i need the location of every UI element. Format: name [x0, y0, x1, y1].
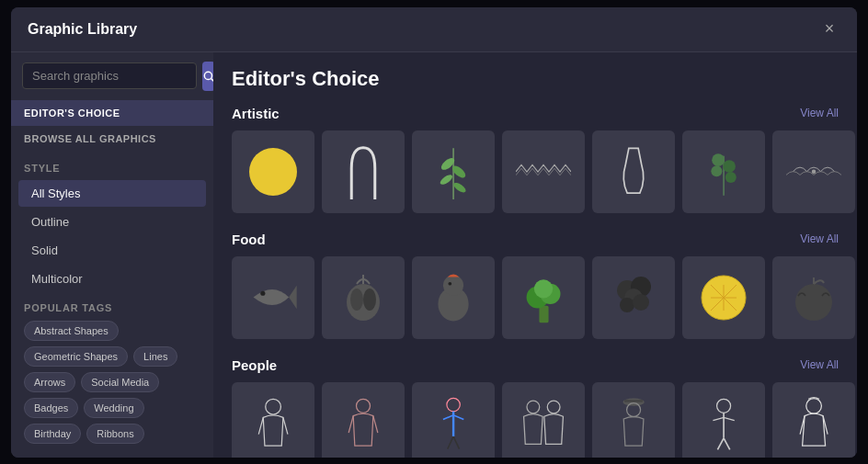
- main-content: Editor's Choice Artistic View All: [213, 52, 857, 458]
- sidebar: EDITOR'S CHOICE BROWSE ALL GRAPHICS STYL…: [11, 52, 213, 458]
- graphic-item[interactable]: [502, 382, 585, 458]
- search-area: [11, 52, 213, 100]
- svg-point-18: [363, 289, 376, 311]
- svg-point-44: [805, 398, 821, 413]
- svg-point-29: [620, 298, 634, 312]
- graphic-item[interactable]: [772, 382, 855, 458]
- modal-body: EDITOR'S CHOICE BROWSE ALL GRAPHICS STYL…: [11, 52, 857, 458]
- graphic-item[interactable]: [322, 256, 405, 339]
- category-food-header: Food View All: [232, 232, 839, 247]
- graphic-library-modal: Graphic Library × E: [11, 7, 857, 458]
- svg-point-13: [812, 169, 817, 174]
- people-grid: [232, 382, 839, 458]
- svg-point-14: [260, 291, 265, 296]
- svg-point-9: [712, 153, 725, 166]
- graphic-item[interactable]: [682, 256, 765, 339]
- graphic-item[interactable]: [322, 382, 405, 458]
- food-title: Food: [232, 232, 266, 247]
- artistic-grid: [232, 130, 839, 213]
- graphic-item[interactable]: [232, 130, 314, 213]
- tag-wedding[interactable]: Wedding: [84, 398, 143, 418]
- modal-overlay: Graphic Library × E: [0, 0, 868, 464]
- sidebar-nav-browse-all[interactable]: BROWSE ALL GRAPHICS: [11, 126, 213, 152]
- people-view-all[interactable]: View All: [800, 358, 839, 371]
- graphic-item[interactable]: [412, 256, 495, 339]
- svg-rect-41: [624, 400, 643, 402]
- food-grid: [232, 256, 839, 339]
- tag-geometric-shapes[interactable]: Geometric Shapes: [24, 346, 128, 367]
- graphic-item[interactable]: [682, 382, 765, 458]
- svg-point-25: [533, 279, 552, 298]
- popular-tags-label: POPULAR TAGS: [24, 302, 200, 313]
- tags-container: Abstract Shapes Geometric Shapes Lines A…: [24, 321, 200, 444]
- svg-point-30: [633, 294, 649, 311]
- tag-lines[interactable]: Lines: [133, 346, 177, 367]
- artistic-title: Artistic: [232, 106, 280, 121]
- svg-point-38: [527, 401, 540, 413]
- svg-point-0: [204, 72, 211, 79]
- category-people-header: People View All: [232, 357, 839, 373]
- style-all-styles[interactable]: All Styles: [18, 180, 206, 207]
- svg-point-34: [265, 399, 280, 414]
- graphic-item[interactable]: [502, 130, 585, 213]
- svg-point-17: [350, 289, 363, 311]
- svg-point-20: [442, 275, 463, 295]
- svg-point-43: [716, 399, 730, 413]
- svg-point-12: [725, 172, 736, 183]
- food-view-all[interactable]: View All: [800, 232, 839, 245]
- tag-social-media[interactable]: Social Media: [81, 372, 159, 392]
- style-section-label: STYLE: [11, 152, 213, 179]
- category-food: Food View All: [232, 232, 839, 339]
- svg-point-6: [439, 173, 454, 186]
- tag-abstract-shapes[interactable]: Abstract Shapes: [24, 321, 119, 341]
- tags-section: POPULAR TAGS Abstract Shapes Geometric S…: [11, 293, 213, 449]
- modal-title: Graphic Library: [28, 21, 137, 38]
- tag-arrows[interactable]: Arrows: [24, 372, 75, 392]
- graphic-item[interactable]: [592, 382, 675, 458]
- modal-header: Graphic Library ×: [11, 7, 857, 52]
- artistic-view-all[interactable]: View All: [800, 107, 839, 119]
- page-title: Editor's Choice: [232, 67, 839, 91]
- graphic-item[interactable]: [322, 130, 405, 213]
- graphic-item[interactable]: [772, 130, 855, 213]
- svg-point-7: [451, 180, 467, 193]
- graphic-item[interactable]: [232, 256, 314, 339]
- graphic-item[interactable]: [592, 256, 675, 339]
- svg-point-21: [448, 281, 451, 285]
- graphic-item[interactable]: [232, 382, 314, 458]
- graphic-item[interactable]: [412, 130, 495, 213]
- sidebar-nav-editors-choice[interactable]: EDITOR'S CHOICE: [11, 100, 213, 126]
- svg-point-10: [723, 160, 736, 173]
- svg-point-32: [795, 284, 832, 321]
- search-input[interactable]: [22, 62, 197, 89]
- people-title: People: [232, 357, 277, 373]
- category-artistic: Artistic View All: [232, 106, 839, 213]
- search-icon: [202, 70, 213, 83]
- svg-point-11: [711, 165, 722, 176]
- svg-point-36: [357, 399, 371, 413]
- graphic-item[interactable]: [772, 256, 855, 339]
- style-multicolor[interactable]: Multicolor: [18, 266, 206, 292]
- tag-birthday[interactable]: Birthday: [24, 424, 81, 444]
- svg-point-2: [249, 148, 297, 196]
- svg-point-37: [446, 398, 459, 411]
- search-button[interactable]: [202, 62, 213, 91]
- close-button[interactable]: ×: [818, 18, 840, 40]
- style-outline[interactable]: Outline: [18, 209, 206, 235]
- category-artistic-header: Artistic View All: [232, 106, 839, 121]
- graphic-item[interactable]: [412, 382, 495, 458]
- tag-ribbons[interactable]: Ribbons: [86, 424, 143, 444]
- svg-rect-22: [539, 305, 548, 322]
- graphic-item[interactable]: [682, 130, 765, 213]
- style-solid[interactable]: Solid: [18, 237, 206, 264]
- tag-badges[interactable]: Badges: [24, 398, 78, 418]
- svg-point-39: [547, 401, 560, 413]
- graphic-item[interactable]: [592, 130, 675, 213]
- svg-point-40: [622, 398, 644, 405]
- graphic-item[interactable]: [502, 256, 585, 339]
- category-people: People View All: [232, 357, 839, 458]
